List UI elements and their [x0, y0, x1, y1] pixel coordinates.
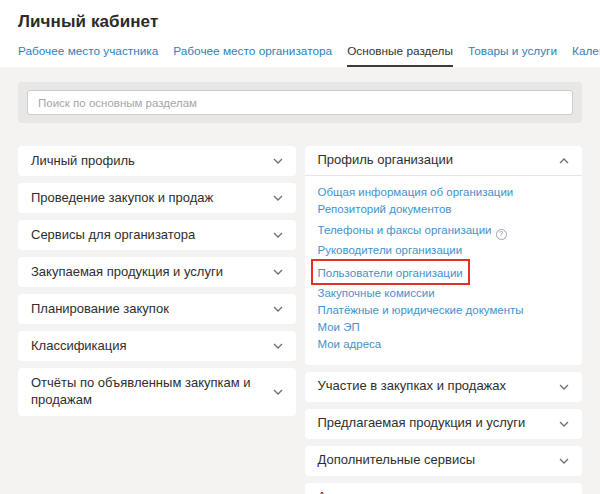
accordion-title: Сервисы для организатора	[31, 227, 195, 244]
accordion-personal-profile[interactable]: Личный профиль	[18, 146, 296, 176]
link-purchasing-committees[interactable]: Закупочные комиссии	[318, 287, 570, 300]
section-organizer-services-card: Сервисы для организатора	[18, 220, 296, 250]
accordion-participation[interactable]: Участие в закупках и продажах	[305, 372, 583, 402]
accordion-procurement-conduct[interactable]: Проведение закупок и продаж	[18, 183, 296, 213]
section-procurement-planning-card: Планирование закупок	[18, 294, 296, 324]
chevron-down-icon	[273, 195, 283, 201]
chevron-down-icon	[273, 389, 283, 395]
accordion-title: Классификация	[31, 338, 127, 355]
section-organization-profile-card: Профиль организации Общая информация об …	[305, 146, 583, 365]
right-column: Профиль организации Общая информация об …	[305, 146, 583, 494]
section-purchased-products-card: Закупаемая продукция и услуги	[18, 257, 296, 287]
left-column: Личный профиль Проведение закупок и прод…	[18, 146, 296, 423]
tab-goods-services[interactable]: Товары и услуги	[468, 44, 557, 67]
accordion-procurement-planning[interactable]: Планирование закупок	[18, 294, 296, 324]
link-general-organization-info[interactable]: Общая информация об организации	[318, 186, 570, 199]
accordion-title: Дополнительные сервисы	[318, 452, 476, 469]
sections-columns: Личный профиль Проведение закупок и прод…	[18, 146, 582, 494]
chevron-down-icon	[559, 384, 569, 390]
accordion-purchased-products[interactable]: Закупаемая продукция и услуги	[18, 257, 296, 287]
chevron-down-icon	[273, 269, 283, 275]
chevron-up-icon	[559, 158, 569, 164]
page-header: Личный кабинет Рабочее место участника Р…	[0, 0, 600, 67]
tab-marketplace-calendar[interactable]: Календарь торговой площадки	[572, 44, 600, 67]
link-my-addresses[interactable]: Мои адреса	[318, 338, 570, 351]
accordion-organization-profile[interactable]: Профиль организации	[305, 146, 583, 176]
chevron-down-icon	[273, 306, 283, 312]
accordion-title: Профиль организации	[318, 152, 453, 169]
search-bar-container	[18, 82, 582, 123]
accordion-title: Аккредитации для участия в закупках	[318, 489, 545, 494]
tab-main-sections[interactable]: Основные разделы	[347, 44, 453, 67]
section-classification-card: Классификация	[18, 331, 296, 361]
accordion-offered-products[interactable]: Предлагаемая продукция и услуги	[305, 409, 583, 439]
section-accreditations-card: Аккредитации для участия в закупках	[305, 483, 583, 494]
link-document-repository[interactable]: Репозиторий документов	[318, 203, 570, 216]
accordion-title: Участие в закупках и продажах	[318, 378, 507, 395]
accordion-title: Личный профиль	[31, 153, 135, 170]
link-organization-heads[interactable]: Руководители организации	[318, 244, 570, 257]
chevron-down-icon	[559, 458, 569, 464]
tab-bar: Рабочее место участника Рабочее место ор…	[18, 44, 582, 67]
link-payment-legal-documents[interactable]: Платёжные и юридические документы	[318, 304, 570, 317]
accordion-title: Предлагаемая продукция и услуги	[318, 415, 526, 432]
link-row-phones-faxes: Телефоны и факсы организации?	[318, 220, 570, 240]
section-reports-card: Отчёты по объявленным закупкам и продажа…	[18, 368, 296, 416]
page-title: Личный кабинет	[18, 12, 582, 32]
link-my-digital-signatures[interactable]: Мои ЭП	[318, 321, 570, 334]
chevron-down-icon	[273, 343, 283, 349]
chevron-down-icon	[273, 232, 283, 238]
accordion-organizer-services[interactable]: Сервисы для организатора	[18, 220, 296, 250]
link-organization-phones-faxes[interactable]: Телефоны и факсы организации	[318, 224, 492, 236]
section-offered-products-card: Предлагаемая продукция и услуги	[305, 409, 583, 439]
help-icon[interactable]: ?	[496, 229, 507, 240]
accordion-title: Закупаемая продукция и услуги	[31, 264, 223, 281]
link-organization-users[interactable]: Пользователи организации	[318, 267, 463, 279]
search-input[interactable]	[27, 90, 573, 115]
red-highlight-frame: Пользователи организации	[311, 259, 470, 285]
accordion-title: Планирование закупок	[31, 301, 169, 318]
main-content: Личный профиль Проведение закупок и прод…	[0, 67, 600, 494]
section-participation-card: Участие в закупках и продажах	[305, 372, 583, 402]
accordion-title: Отчёты по объявленным закупкам и продажа…	[31, 375, 265, 409]
section-additional-services-card: Дополнительные сервисы	[305, 446, 583, 476]
accordion-accreditations[interactable]: Аккредитации для участия в закупках	[305, 483, 583, 494]
section-personal-profile-card: Личный профиль	[18, 146, 296, 176]
organization-profile-links: Общая информация об организации Репозито…	[305, 176, 583, 357]
tab-participant-workplace[interactable]: Рабочее место участника	[18, 44, 158, 67]
accordion-classification[interactable]: Классификация	[18, 331, 296, 361]
chevron-down-icon	[559, 421, 569, 427]
chevron-down-icon	[273, 158, 283, 164]
accordion-title: Проведение закупок и продаж	[31, 190, 213, 207]
section-procurement-conduct-card: Проведение закупок и продаж	[18, 183, 296, 213]
highlight-box: Пользователи организации	[318, 261, 570, 283]
accordion-additional-services[interactable]: Дополнительные сервисы	[305, 446, 583, 476]
tab-organizer-workplace[interactable]: Рабочее место организатора	[173, 44, 332, 67]
accordion-reports[interactable]: Отчёты по объявленным закупкам и продажа…	[18, 368, 296, 416]
